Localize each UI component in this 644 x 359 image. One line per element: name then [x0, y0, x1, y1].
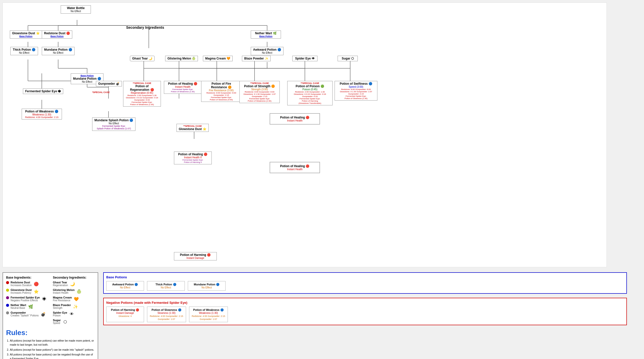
- redstone-dot: [6, 281, 9, 284]
- netherwart-icon: 🌿: [28, 304, 34, 310]
- mundane-splash-node: Mundane Splash Potion 🔵 No Effect Fermen…: [92, 117, 135, 131]
- secondary-ingredients-label: Secondary Ingredients: [126, 25, 164, 29]
- negative-potions-row: Potion of Harming 🔴 Instant Damage Glows…: [106, 307, 624, 322]
- redstone-icon: 🔴: [33, 281, 39, 287]
- base-potions-group: Base Potions Awkward Potion 🔵 No Effect …: [103, 272, 627, 294]
- potion-weakness-card: Potion of Weakness 🔵 Weakness (1:30) Red…: [189, 307, 228, 322]
- glowstone-icon: ⭐: [33, 288, 39, 294]
- fermented-dot: [6, 296, 9, 299]
- glistering-melon-node: Glistering Melon 🍈: [165, 56, 198, 61]
- legend-box: Base Ingredients: Redstone Dust Increase…: [3, 272, 98, 359]
- negative-potions-group: Negative Potions (made with Fermented Sp…: [103, 298, 627, 325]
- legend-ghast: Ghast Tear Regeneration 🌙: [53, 281, 95, 287]
- legend-redstone: Redstone Dust Increases Duration 🔴: [6, 281, 48, 287]
- ghast-tear-node: Ghast Tear 🌙: [130, 56, 155, 61]
- sugar-icon: ⬡: [62, 319, 68, 325]
- base-ingredients-header: Base Ingredients:: [6, 276, 48, 279]
- bottom-area: Base Ingredients: Redstone Dust Increase…: [3, 272, 627, 359]
- potion-harming-card: Potion of Harming 🔴 Instant Damage Glows…: [106, 307, 144, 322]
- base-potions-title: Base Potions: [106, 275, 624, 279]
- gunpowder-dot: [6, 311, 9, 314]
- rules-section: Rules: All potions (except for base poti…: [6, 329, 95, 359]
- netherwart-dot: [6, 304, 9, 307]
- awkward-potion-node: Awkward Potion 🔵 No Effect: [251, 47, 283, 55]
- gunpowder-node: Gunpowder 💣: [96, 81, 122, 86]
- main-container: Water Bottle No Effect Glowstone Dust ⭐ …: [0, 0, 629, 359]
- potion-regen-node: **SPECIAL CASE Potion ofRegeneration 🔴 R…: [123, 81, 161, 107]
- melon-icon: 🍈: [76, 288, 82, 294]
- glowstone-node: Glowstone Dust ⭐ Base Potion: [10, 31, 42, 39]
- tree-diagram: Water Bottle No Effect Glowstone Dust ⭐ …: [3, 3, 607, 267]
- legend-spider: Spider Eye Poison 👁: [53, 311, 95, 317]
- potion-fire-res-node: Potion of FireResistance 🟠 Fire Resistan…: [201, 81, 241, 102]
- potion-slowness-card: Potion of Slowness 🔵 Slowness (1:30) Red…: [147, 307, 186, 322]
- rule-1: All potions (except for base potions) ca…: [10, 339, 95, 347]
- blaze-powder-node: Blaze Powder ✨: [242, 56, 271, 61]
- summary-area: Base Potions Awkward Potion 🔵 No Effect …: [103, 272, 627, 325]
- legend-section: Base Ingredients: Redstone Dust Increase…: [6, 276, 95, 326]
- rules-list: All potions (except for base potions) ca…: [6, 339, 95, 359]
- legend-magma: Magma Cream Fire Resistance 🧡: [53, 296, 95, 302]
- rule-2: All potions (except for base potions*) c…: [10, 348, 95, 352]
- spider-eye-node: Spider Eye 👁: [292, 56, 317, 61]
- legend-netherwart: Nether Wart Neutral Base 🌿: [6, 304, 48, 310]
- legend-melon: Glistering Melon Instant Health 🍈: [53, 288, 95, 294]
- rules-title: Rules:: [6, 329, 95, 337]
- potion-poison-node: **SPECIAL CASE Potion of Poison 🟢 Poison…: [287, 81, 333, 105]
- glowstone-dust-special-node: **SPECIAL CASE Glowstone Dust ⭐: [176, 124, 209, 132]
- awkward-potion-card: Awkward Potion 🔵 No Effect: [106, 281, 144, 291]
- potion-healing-card-1: Potion of Healing 🔴 Instant Health: [270, 113, 320, 125]
- nether-wart-node: Nether Wart 🌿 Base Potion: [251, 31, 281, 39]
- legend-fermented: Fermented Spider Eye Negates Positive Ef…: [6, 296, 48, 302]
- potion-weakness-node: Potion of Weakness 🔵 Weakness (1:30) Red…: [22, 109, 62, 119]
- spider-icon: 👁: [69, 311, 75, 317]
- base-potions-row: Awkward Potion 🔵 No Effect Thick Potion …: [106, 281, 624, 291]
- mundane-potion-card: Mundane Potion 🔵 No Effect: [188, 281, 226, 291]
- thick-potion-node: Thick Potion 🔵 No Effect: [10, 47, 38, 55]
- connector-lines: [3, 3, 606, 267]
- redstone-node: Redstone Dust 🔴 Base Potion: [42, 31, 72, 39]
- legend-blaze: Blaze Powder Strength ✨: [53, 304, 95, 310]
- legend-glowstone: Glowstone Dust Increases Potency ⭐: [6, 288, 48, 294]
- glowstone-dot: [6, 289, 9, 292]
- fermented-spider-eye-node: Fermented Spider Eye 🕷: [23, 88, 63, 94]
- gunpowder-icon: 💣: [40, 311, 46, 317]
- potion-healing-1-node: Potion of Healing 🔴 Instant Health Ferme…: [164, 81, 202, 94]
- legend-gunpowder: Gunpowder Creates "Splash" Potions 💣: [6, 311, 48, 317]
- magma-icon: 🧡: [73, 296, 79, 302]
- thick-potion-card: Thick Potion 🔵 No Effect: [147, 281, 185, 291]
- ghast-icon: 🌙: [69, 281, 76, 287]
- sugar-node: Sugar ⬡: [338, 56, 358, 61]
- blaze-icon: ✨: [73, 304, 79, 310]
- potion-healing-2-node: Potion of Healing 🔴 Instant Health II Fe…: [174, 152, 212, 164]
- fermented-icon: 🕷: [41, 296, 47, 302]
- water-bottle-node: Water Bottle No Effect: [61, 5, 91, 14]
- legend-sugar: Sugar Speed ⬡: [53, 319, 95, 325]
- magma-cream-node: Magma Cream 🧡: [203, 56, 233, 61]
- potion-harming-node: Potion of Harming 🔴 Instant Damage: [174, 252, 217, 260]
- special-case-label-1: *SPECIAL CASE: [92, 91, 110, 94]
- secondary-ingredients-col: Secondary Ingredients: Ghast Tear Regene…: [53, 276, 95, 326]
- potion-strength-node: **SPECIAL CASE Potion of Strength 🟠 Stre…: [239, 81, 280, 103]
- base-ingredients-col: Base Ingredients: Redstone Dust Increase…: [6, 276, 48, 326]
- rule-3: All potions (except for base potions) ca…: [10, 353, 95, 359]
- negative-potions-title: Negative Potions (made with Fermented Sp…: [106, 301, 624, 305]
- mundane-potion-1-node: Mundane Potion 🔵 No Effect: [42, 47, 75, 55]
- potion-healing-card-2: Potion of Healing 🔴 Instant Health: [270, 162, 320, 173]
- potion-swiftness-node: Potion of Swiftness 🔵 Speed (3:00) Redst…: [335, 81, 377, 101]
